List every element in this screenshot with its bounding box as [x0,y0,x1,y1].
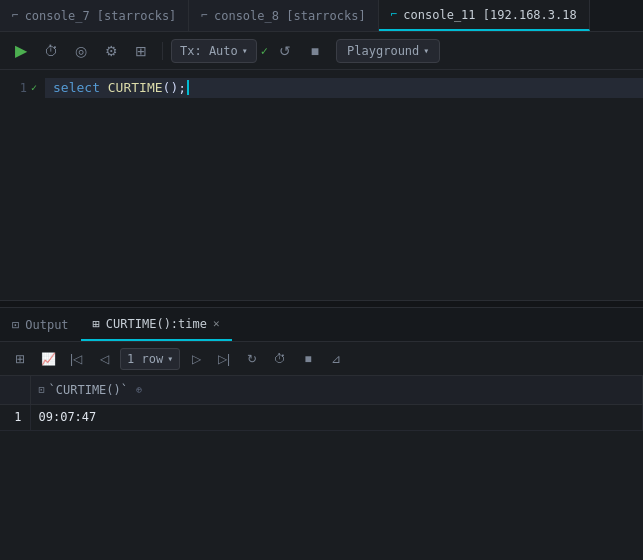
result-timer-button[interactable]: ⏱ [268,347,292,371]
console-icon-2: ⌐ [201,9,208,22]
row-num-header [0,376,30,404]
col-sort-icon[interactable]: ⊕ [136,384,142,395]
result-tab-bar: ⊡ Output ⊞ CURTIME():time ✕ [0,308,643,342]
settings-button[interactable]: ⚙ [98,38,124,64]
col-curtime-header: ⊡ `CURTIME()` ⊕ [30,376,643,404]
stop-button[interactable]: ■ [302,38,328,64]
playground-chevron-icon: ▾ [423,45,429,56]
result-toolbar: ⊞ 📈 |◁ ◁ 1 row ▾ ▷ ▷| ↻ ⏱ ■ ⊿ [0,342,643,376]
curtime-icon: ⊞ [93,317,100,331]
result-stop-button[interactable]: ■ [296,347,320,371]
rows-chevron-icon: ▾ [167,353,173,364]
tab-curtime-close-icon[interactable]: ✕ [213,317,220,330]
rows-selector[interactable]: 1 row ▾ [120,348,180,370]
tab-console-8[interactable]: ⌐ console_8 [starrocks] [189,0,378,31]
divider-1 [162,42,163,60]
main-toolbar: ▶ ⏱ ◎ ⚙ ⊞ Tx: Auto ▾ ✓ ↺ ■ Playground ▾ [0,32,643,70]
result-next-button[interactable]: ▷ [184,347,208,371]
playground-label: Playground [347,44,419,58]
tab-console-8-label: console_8 [starrocks] [214,9,366,23]
tx-chevron-icon: ▾ [242,45,248,56]
row-1-curtime: 09:07:47 [30,404,643,430]
tab-console-11[interactable]: ⌐ console_11 [192.168.3.18 [379,0,590,31]
tab-console-7-label: console_7 [starrocks] [25,9,177,23]
line-1-num: 1 [20,78,27,98]
output-icon: ⊡ [12,318,19,332]
col-type-icon: ⊡ [39,384,45,395]
grid-button[interactable]: ⊞ [128,38,154,64]
result-refresh-button[interactable]: ↻ [240,347,264,371]
result-chart-button[interactable]: 📈 [36,347,60,371]
console-icon: ⌐ [12,9,19,22]
line-numbers: 1 ✓ [0,70,45,300]
data-table: ⊡ `CURTIME()` ⊕ 1 09:07:47 [0,376,643,431]
tab-output-label: Output [25,318,68,332]
result-grid-button[interactable]: ⊞ [8,347,32,371]
history-button[interactable]: ⏱ [38,38,64,64]
col-curtime-name: `CURTIME()` [49,383,128,397]
undo-button[interactable]: ↺ [272,38,298,64]
tab-bar: ⌐ console_7 [starrocks] ⌐ console_8 [sta… [0,0,643,32]
editor-area: 1 ✓ select CURTIME(); [0,70,643,300]
console-icon-3: ⌐ [391,8,398,21]
result-prev-button[interactable]: ◁ [92,347,116,371]
result-last-button[interactable]: ▷| [212,347,236,371]
run-button[interactable]: ▶ [8,38,34,64]
result-first-button[interactable]: |◁ [64,347,88,371]
tab-curtime-label: CURTIME():time [106,317,207,331]
code-editor[interactable]: select CURTIME(); [45,70,643,300]
line-1-check-icon: ✓ [31,78,37,98]
panel-separator [0,300,643,308]
table-row: 1 09:07:47 [0,404,643,430]
result-pin-button[interactable]: ⊿ [324,347,348,371]
tab-curtime[interactable]: ⊞ CURTIME():time ✕ [81,308,232,341]
explain-button[interactable]: ◎ [68,38,94,64]
tab-console-11-label: console_11 [192.168.3.18 [403,8,576,22]
data-table-area: ⊡ `CURTIME()` ⊕ 1 09:07:47 [0,376,643,560]
line-number-1: 1 ✓ [0,78,45,98]
tx-selector[interactable]: Tx: Auto ▾ [171,39,257,63]
row-1-num: 1 [0,404,30,430]
playground-selector[interactable]: Playground ▾ [336,39,440,63]
rows-label: 1 row [127,352,163,366]
tx-label: Tx: Auto [180,44,238,58]
bottom-panel: ⊡ Output ⊞ CURTIME():time ✕ ⊞ 📈 |◁ ◁ 1 r… [0,308,643,560]
tab-console-7[interactable]: ⌐ console_7 [starrocks] [0,0,189,31]
tab-output[interactable]: ⊡ Output [0,308,81,341]
check-green-icon: ✓ [261,44,268,58]
code-line-1: select CURTIME(); [45,78,643,98]
